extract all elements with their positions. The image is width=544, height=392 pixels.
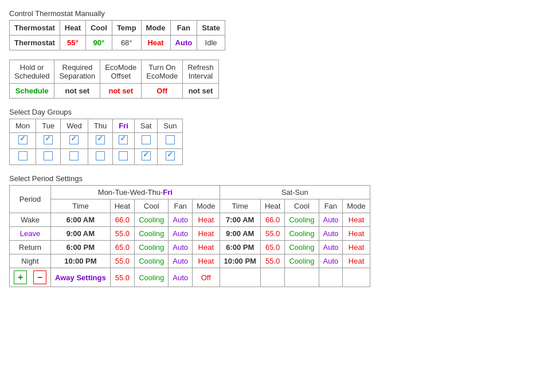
wake-g2-mode: Heat	[343, 213, 370, 227]
checkbox-r2-thu[interactable]	[96, 151, 105, 160]
leave-g2-mode: Heat	[343, 227, 370, 241]
wake-g2-time: 7:00 AM	[220, 213, 260, 227]
checkbox-r1-thu[interactable]	[96, 135, 105, 144]
day-thu: Thu	[88, 119, 112, 133]
group2-header: Sat-Sun	[220, 186, 370, 199]
leave-g1-fan: Auto	[169, 227, 193, 241]
checkbox-r1-tue[interactable]	[44, 135, 53, 144]
group-header-row: Period Mon-Tue-Wed-Thu-Fri Sat-Sun	[10, 186, 370, 199]
col-state: State	[197, 21, 225, 36]
thermostat-state: Idle	[197, 36, 225, 50]
day-groups-table: Mon Tue Wed Thu Fri Sat Sun	[9, 119, 183, 165]
thermostat-mode: Heat	[141, 36, 170, 50]
period-leave-row: Leave 9:00 AM 55.0 Cooling Auto Heat 9:0…	[10, 227, 370, 241]
schedule-refresh-interval: not set	[183, 84, 219, 99]
cb-r2-sat[interactable]	[134, 149, 158, 165]
thermostat-section-title: Control Thermostat Manually	[9, 9, 535, 18]
cb-r2-mon[interactable]	[10, 149, 36, 165]
day-row1	[10, 133, 183, 149]
wake-g2-heat: 66.0	[260, 213, 284, 227]
checkbox-r2-mon[interactable]	[18, 151, 28, 160]
schedule-refresh-header: RefreshInterval	[183, 60, 219, 84]
add-period-button[interactable]: +	[14, 271, 27, 284]
period-night-label: Night	[10, 254, 51, 268]
group1-header: Mon-Tue-Wed-Thu-Fri	[51, 186, 220, 199]
g2-time-header: Time	[220, 199, 260, 213]
return-g1-cool: Cooling	[135, 241, 169, 254]
checkbox-r2-sun[interactable]	[166, 151, 175, 160]
cb-r2-wed[interactable]	[61, 149, 88, 165]
cb-r1-tue[interactable]	[36, 133, 61, 149]
cb-r2-thu[interactable]	[88, 149, 112, 165]
away-fan: Auto	[169, 268, 193, 287]
thermostat-table: Thermostat Heat Cool Temp Mode Fan State…	[9, 20, 225, 50]
schedule-data-row: Schedule not set not set Off not set	[10, 84, 219, 99]
return-g1-mode: Heat	[193, 241, 220, 254]
wake-g2-fan: Auto	[319, 213, 343, 227]
night-g1-fan: Auto	[169, 254, 193, 268]
thermostat-header-row: Thermostat Heat Cool Temp Mode Fan State	[10, 21, 225, 36]
night-g2-cool: Cooling	[285, 254, 319, 268]
period-wake-label: Wake	[10, 213, 51, 227]
col-thermostat: Thermostat	[10, 21, 60, 36]
col-fan: Fan	[170, 21, 197, 36]
fri-label: Fri	[163, 188, 173, 197]
wake-g1-fan: Auto	[169, 213, 193, 227]
checkbox-r1-sun[interactable]	[166, 135, 175, 144]
wake-g1-cool: Cooling	[135, 213, 169, 227]
period-settings-section: Select Period Settings Period Mon-Tue-We…	[9, 174, 535, 287]
night-g2-time: 10:00 PM	[220, 254, 260, 268]
night-g2-mode: Heat	[343, 254, 370, 268]
leave-g1-mode: Heat	[193, 227, 220, 241]
col-heat: Heat	[60, 21, 85, 36]
column-sub-headers: Time Heat Cool Fan Mode Time Heat Cool F…	[10, 199, 370, 213]
return-g1-time: 6:00 PM	[51, 241, 111, 254]
cb-r1-wed[interactable]	[61, 133, 88, 149]
checkbox-r1-sat[interactable]	[142, 135, 151, 144]
day-labels-row: Mon Tue Wed Thu Fri Sat Sun	[10, 119, 183, 133]
schedule-header-row: Hold orScheduled RequiredSeparation EcoM…	[10, 60, 219, 84]
wake-g1-heat: 66.0	[110, 213, 134, 227]
checkbox-r2-sat[interactable]	[142, 151, 151, 160]
away-g2-cool	[285, 268, 319, 287]
cb-r2-fri[interactable]	[113, 149, 135, 165]
leave-g2-time: 9:00 AM	[220, 227, 260, 241]
thermostat-label: Thermostat	[10, 36, 60, 50]
thermostat-temp: 68°	[112, 36, 141, 50]
leave-g2-fan: Auto	[319, 227, 343, 241]
cb-r1-sat[interactable]	[134, 133, 158, 149]
day-sun: Sun	[158, 119, 183, 133]
checkbox-r2-fri[interactable]	[119, 151, 128, 160]
g2-cool-header: Cool	[285, 199, 319, 213]
checkbox-r2-wed[interactable]	[69, 151, 79, 160]
checkbox-r1-fri[interactable]	[119, 135, 128, 144]
cb-r1-mon[interactable]	[10, 133, 36, 149]
g2-heat-header: Heat	[260, 199, 284, 213]
g1-mode-header: Mode	[193, 199, 220, 213]
return-g2-mode: Heat	[343, 241, 370, 254]
leave-g2-heat: 55.0	[260, 227, 284, 241]
period-wake-row: Wake 6:00 AM 66.0 Cooling Auto Heat 7:00…	[10, 213, 370, 227]
away-controls: + –	[10, 268, 51, 287]
period-settings-table: Period Mon-Tue-Wed-Thu-Fri Sat-Sun Time …	[9, 185, 370, 287]
night-g1-time: 10:00 PM	[51, 254, 111, 268]
cb-r1-thu[interactable]	[88, 133, 112, 149]
checkbox-r2-tue[interactable]	[44, 151, 53, 160]
away-g2-fan	[319, 268, 343, 287]
day-mon: Mon	[10, 119, 36, 133]
checkbox-r1-mon[interactable]	[18, 135, 28, 144]
period-return-row: Return 6:00 PM 65.0 Cooling Auto Heat 6:…	[10, 241, 370, 254]
checkbox-r1-wed[interactable]	[69, 135, 79, 144]
period-col-header: Period	[10, 186, 51, 213]
night-g1-cool: Cooling	[135, 254, 169, 268]
leave-g1-time: 9:00 AM	[51, 227, 111, 241]
cb-r1-sun[interactable]	[158, 133, 183, 149]
period-night-row: Night 10:00 PM 55.0 Cooling Auto Heat 10…	[10, 254, 370, 268]
day-groups-section: Select Day Groups Mon Tue Wed Thu Fri Sa…	[9, 108, 535, 165]
leave-g1-heat: 55.0	[110, 227, 134, 241]
g1-heat-header: Heat	[110, 199, 134, 213]
cb-r2-sun[interactable]	[158, 149, 183, 165]
cb-r2-tue[interactable]	[36, 149, 61, 165]
cb-r1-fri[interactable]	[113, 133, 135, 149]
remove-period-button[interactable]: –	[33, 271, 46, 284]
